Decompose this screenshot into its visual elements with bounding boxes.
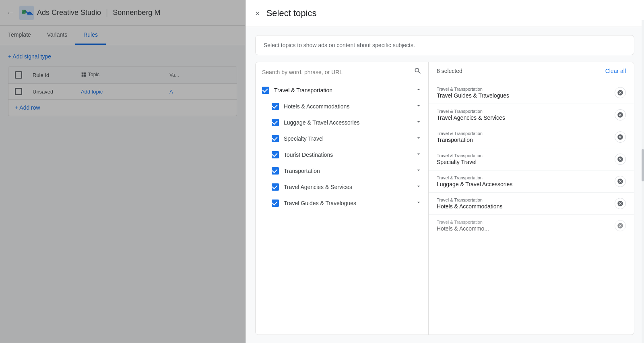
selected-item-info-4: Travel & Transportation Luggage & Travel…: [437, 175, 615, 187]
topic-item-guides[interactable]: Travel Guides & Travelogues: [256, 195, 428, 211]
selected-item-category-3: Travel & Transportation: [437, 153, 615, 158]
remove-item-0-button[interactable]: [615, 87, 626, 98]
travel-chevron-up-icon[interactable]: [415, 86, 422, 94]
selected-item-category-4: Travel & Transportation: [437, 175, 615, 180]
topics-right-panel: 8 selected Clear all Travel & Transporta…: [429, 62, 634, 335]
topic-item-agencies[interactable]: Travel Agencies & Services: [256, 179, 428, 195]
selected-list: Travel & Transportation Travel Guides & …: [429, 80, 634, 335]
selected-item-category-1: Travel & Transportation: [437, 109, 615, 114]
selected-item-category-5: Travel & Transportation: [437, 197, 615, 202]
selected-item-0: Travel & Transportation Travel Guides & …: [429, 82, 634, 104]
agencies-chevron-icon[interactable]: [415, 183, 422, 191]
topic-item-hotels[interactable]: Hotels & Accommodations: [256, 98, 428, 114]
topics-container: Travel & Transportation Hotels & Accommo…: [255, 62, 634, 335]
selected-item-info-5: Travel & Transportation Hotels & Accommo…: [437, 197, 615, 210]
selected-item-category-6: Travel & Transportation: [437, 220, 615, 225]
remove-item-6-button[interactable]: [615, 220, 626, 231]
modal-title: Select topics: [266, 8, 317, 19]
specialty-checkbox[interactable]: [272, 135, 279, 142]
selected-item-5: Travel & Transportation Hotels & Accommo…: [429, 193, 634, 215]
selected-item-3: Travel & Transportation Specialty Travel: [429, 148, 634, 170]
topic-item-transportation[interactable]: Transportation: [256, 163, 428, 179]
guides-label: Travel Guides & Travelogues: [284, 200, 412, 206]
hotels-label: Hotels & Accommodations: [284, 103, 412, 110]
selected-item-category-0: Travel & Transportation: [437, 87, 615, 91]
search-icon: [414, 67, 422, 77]
selected-item-name-5: Hotels & Accommodations: [437, 203, 615, 210]
selected-item-name-6: Hotels & Accommo...: [437, 225, 615, 232]
remove-item-2-button[interactable]: [615, 131, 626, 143]
travel-label: Travel & Transportation: [274, 87, 412, 94]
remove-item-1-button[interactable]: [615, 109, 626, 121]
selected-item-name-0: Travel Guides & Travelogues: [437, 92, 615, 99]
topics-left-panel: Travel & Transportation Hotels & Accommo…: [256, 62, 429, 335]
modal-close-button[interactable]: ×: [255, 9, 260, 18]
modal-body: Select topics to show ads on content abo…: [246, 27, 644, 343]
modal-description: Select topics to show ads on content abo…: [255, 35, 634, 55]
selected-item-name-1: Travel Agencies & Services: [437, 114, 615, 121]
luggage-chevron-icon[interactable]: [415, 118, 422, 127]
selected-item-6: Travel & Transportation Hotels & Accommo…: [429, 215, 634, 237]
search-input[interactable]: [262, 69, 411, 75]
selected-item-category-2: Travel & Transportation: [437, 131, 615, 136]
transportation-checkbox[interactable]: [272, 167, 279, 175]
topic-item-specialty[interactable]: Specialty Travel: [256, 131, 428, 147]
travel-checkbox[interactable]: [262, 87, 269, 94]
hotels-chevron-icon[interactable]: [415, 102, 422, 110]
selected-item-info-1: Travel & Transportation Travel Agencies …: [437, 109, 615, 121]
remove-item-5-button[interactable]: [615, 198, 626, 209]
selected-item-name-3: Specialty Travel: [437, 159, 615, 165]
selected-item-4: Travel & Transportation Luggage & Travel…: [429, 170, 634, 193]
selected-item-name-2: Transportation: [437, 137, 615, 143]
remove-item-3-button[interactable]: [615, 154, 626, 165]
selected-header: 8 selected Clear all: [429, 62, 634, 80]
topic-item-tourist[interactable]: Tourist Destinations: [256, 147, 428, 163]
selected-item-1: Travel & Transportation Travel Agencies …: [429, 104, 634, 126]
remove-item-4-button[interactable]: [615, 176, 626, 187]
agencies-checkbox[interactable]: [272, 183, 279, 191]
topic-item-luggage[interactable]: Luggage & Travel Accessories: [256, 114, 428, 131]
guides-chevron-icon[interactable]: [415, 199, 422, 207]
tourist-checkbox[interactable]: [272, 151, 279, 158]
selected-count: 8 selected: [437, 68, 462, 74]
selected-item-info-0: Travel & Transportation Travel Guides & …: [437, 87, 615, 99]
transportation-chevron-icon[interactable]: [415, 167, 422, 175]
guides-checkbox[interactable]: [272, 200, 279, 207]
selected-item-2: Travel & Transportation Transportation: [429, 126, 634, 148]
selected-item-info-6: Travel & Transportation Hotels & Accommo…: [437, 220, 615, 232]
clear-all-button[interactable]: Clear all: [605, 68, 626, 74]
tourist-label: Tourist Destinations: [284, 152, 412, 158]
modal-panel: × Select topics Select topics to show ad…: [246, 0, 644, 343]
topic-item-travel[interactable]: Travel & Transportation: [256, 82, 428, 98]
selected-item-info-3: Travel & Transportation Specialty Travel: [437, 153, 615, 165]
hotels-checkbox[interactable]: [272, 103, 279, 110]
selected-item-info-2: Travel & Transportation Transportation: [437, 131, 615, 143]
luggage-checkbox[interactable]: [272, 119, 279, 126]
specialty-chevron-icon[interactable]: [415, 135, 422, 143]
tourist-chevron-icon[interactable]: [415, 151, 422, 159]
selected-item-name-4: Luggage & Travel Accessories: [437, 181, 615, 187]
modal-header: × Select topics: [246, 0, 644, 27]
topics-scroll-area[interactable]: Travel & Transportation Hotels & Accommo…: [256, 82, 428, 335]
specialty-label: Specialty Travel: [284, 135, 412, 142]
transportation-label: Transportation: [284, 168, 412, 174]
agencies-label: Travel Agencies & Services: [284, 184, 412, 190]
luggage-label: Luggage & Travel Accessories: [284, 119, 412, 126]
search-bar: [256, 62, 428, 82]
